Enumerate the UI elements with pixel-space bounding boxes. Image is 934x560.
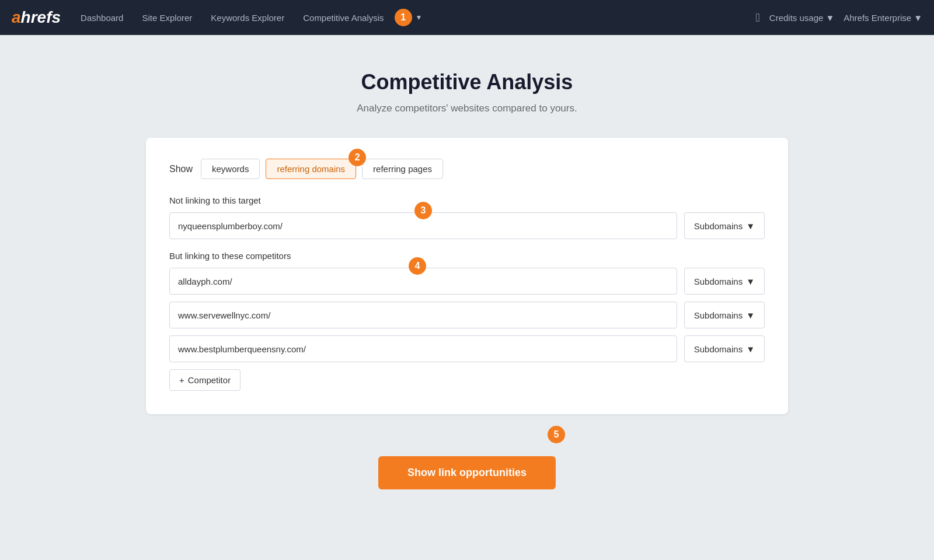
- nav-site-explorer[interactable]: Site Explorer: [134, 8, 200, 27]
- competitor-row-2: Subdomains ▼: [169, 335, 765, 362]
- but-linking-label: But linking to these competitors: [169, 251, 765, 261]
- hint-badge-2: 2: [348, 149, 366, 166]
- subdomains-chevron-icon-0: ▼: [746, 276, 755, 286]
- logo-a: a: [12, 8, 21, 27]
- competitor-url-input-1[interactable]: [169, 302, 677, 328]
- nav-links: Dashboard Site Explorer Keywords Explore…: [72, 8, 755, 27]
- competitor-subdomains-btn-0[interactable]: Subdomains ▼: [684, 268, 765, 295]
- competitor-subdomains-btn-2[interactable]: Subdomains ▼: [684, 335, 765, 362]
- show-link-btn-wrapper: Show link opportunities 5: [378, 435, 556, 489]
- competitor-row-1: Subdomains ▼: [169, 302, 765, 328]
- plus-icon: +: [179, 375, 184, 385]
- competitor-row-0: 4 Subdomains ▼: [169, 268, 765, 295]
- nav-more-chevron[interactable]: ▼: [416, 13, 423, 22]
- subdomains-chevron-icon: ▼: [746, 221, 755, 231]
- target-subdomains-btn[interactable]: Subdomains ▼: [684, 212, 765, 239]
- nav-keywords-explorer[interactable]: Keywords Explorer: [203, 8, 292, 27]
- competitor-subdomains-btn-1[interactable]: Subdomains ▼: [684, 302, 765, 328]
- show-link-opportunities-button[interactable]: Show link opportunities: [378, 456, 556, 489]
- nav-competitive-analysis[interactable]: Competitive Analysis: [295, 8, 392, 27]
- hint-badge-4: 4: [409, 257, 426, 275]
- add-competitor-button[interactable]: + Competitor: [169, 369, 241, 391]
- logo[interactable]: ahrefs: [12, 8, 61, 27]
- main-content: Competitive Analysis Analyze competitors…: [0, 35, 934, 513]
- hint-badge-3: 3: [414, 202, 432, 219]
- add-competitor-label: Competitor: [188, 375, 231, 385]
- nav-dashboard[interactable]: Dashboard: [72, 8, 131, 27]
- analysis-card: Show keywords referring domains 2 referr…: [146, 138, 788, 414]
- tab-referring-pages[interactable]: referring pages: [362, 159, 443, 179]
- page-subtitle: Analyze competitors' websites compared t…: [357, 103, 577, 114]
- navbar: ahrefs Dashboard Site Explorer Keywords …: [0, 0, 934, 35]
- competitors-section: But linking to these competitors 4 Subdo…: [169, 251, 765, 391]
- nav-badge-1[interactable]: 1: [395, 9, 412, 26]
- target-input-row: 3 Subdomains ▼: [169, 212, 765, 239]
- tab-referring-domains[interactable]: referring domains 2: [266, 159, 356, 179]
- monitor-icon[interactable]: : [756, 11, 760, 24]
- enterprise-chevron-icon: ▼: [914, 13, 922, 23]
- credits-chevron-icon: ▼: [825, 13, 834, 23]
- not-linking-label: Not linking to this target: [169, 195, 765, 205]
- show-row: Show keywords referring domains 2 referr…: [169, 159, 765, 179]
- page-title: Competitive Analysis: [361, 70, 573, 94]
- competitor-url-input-2[interactable]: [169, 335, 677, 362]
- show-label: Show: [169, 164, 193, 174]
- logo-hrefs: hrefs: [21, 8, 61, 27]
- subdomains-chevron-icon-2: ▼: [746, 344, 755, 354]
- subdomains-chevron-icon-1: ▼: [746, 310, 755, 320]
- nav-enterprise[interactable]: Ahrefs Enterprise ▼: [844, 13, 922, 23]
- nav-right:  Credits usage ▼ Ahrefs Enterprise ▼: [756, 11, 922, 24]
- nav-credits-usage[interactable]: Credits usage ▼: [769, 13, 834, 23]
- hint-badge-5: 5: [548, 426, 565, 443]
- tab-keywords[interactable]: keywords: [201, 159, 260, 179]
